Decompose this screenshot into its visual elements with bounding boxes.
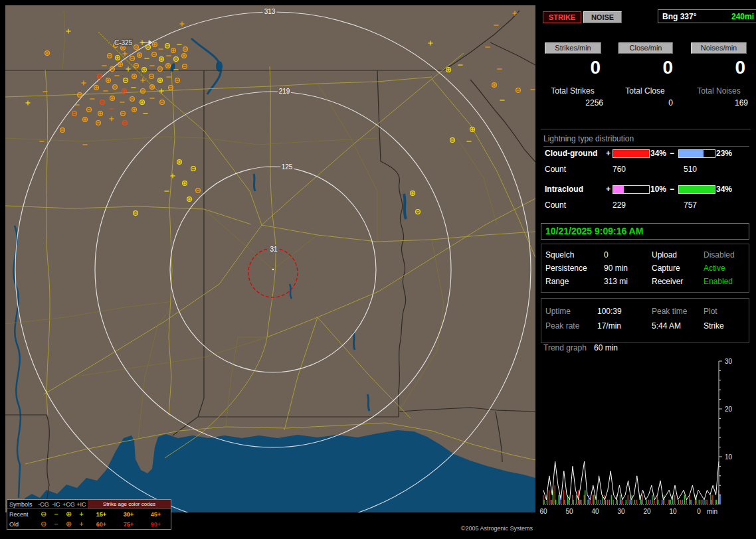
ic-minus-symbol-icon: − — [50, 510, 62, 518]
uptime-value: 100:39 — [597, 307, 652, 316]
range-label: Range — [545, 277, 604, 286]
minus-sign: − — [670, 149, 674, 158]
peak-rate-value: 17/min — [597, 321, 652, 331]
total-close-value: 0 — [617, 98, 680, 108]
svg-text:50: 50 — [565, 508, 573, 515]
plot-value: Strike — [704, 321, 749, 331]
capture-status: Active — [704, 264, 749, 273]
legend-header-row: Symbols -CG -IC +CG +IC Strike age color… — [7, 500, 171, 509]
legend-recent-row: Recent ⊖ − ⊕ + 15+ 30+ 45+ — [7, 509, 171, 519]
bearing-range: 240mi — [731, 12, 754, 21]
cloud-ground-label: Cloud-ground — [545, 149, 597, 158]
svg-text:0: 0 — [697, 508, 701, 515]
ic-negative-pct: 34% — [716, 185, 732, 194]
svg-text:30: 30 — [617, 508, 625, 515]
receiver-status: Enabled — [704, 277, 749, 286]
peak-time-label: Peak time — [652, 307, 704, 316]
plot-label: Plot — [704, 307, 749, 316]
cg-negative-bar — [678, 149, 715, 158]
persistence-label: Persistence — [545, 264, 604, 273]
status-box: Squelch 0 Upload Disabled Persistence 90… — [541, 244, 749, 293]
svg-text:60: 60 — [539, 508, 547, 515]
total-noises-label: Total Noises — [690, 86, 748, 96]
total-strikes-value: 2256 — [542, 98, 613, 108]
close-per-min-button[interactable]: Close/min — [618, 42, 673, 54]
trend-graph-label: Trend graph — [543, 343, 587, 352]
svg-text:20: 20 — [643, 508, 651, 515]
status-row: Range 313 mi Receiver Enabled — [541, 275, 749, 288]
trend-graph-window: 60 min — [594, 343, 618, 352]
cg-plus-symbol-icon: ⊕ — [62, 510, 75, 518]
status-row: Persistence 90 min Capture Active — [541, 262, 749, 275]
count-label: Count — [545, 165, 566, 174]
minus-sign: − — [670, 185, 674, 194]
svg-text:10: 10 — [669, 508, 677, 515]
ring-label-313: 313 — [264, 8, 276, 15]
cloud-ground-count-row: Count 760 510 — [539, 165, 753, 174]
squelch-label: Squelch — [545, 250, 604, 260]
total-close-label: Total Close — [617, 86, 673, 96]
intracloud-label: Intracloud — [545, 185, 583, 194]
range-value: 313 mi — [604, 277, 652, 286]
ic-plus-symbol-icon: + — [75, 510, 88, 518]
info-row: Peak rate 17/min 5:44 AM Strike — [541, 319, 749, 333]
age-code-15: 15+ — [88, 511, 115, 518]
peak-time-value: 5:44 AM — [652, 321, 704, 331]
legend-header-ic-pos: +IC — [75, 501, 88, 508]
trend-graph-header: Trend graph 60 min — [543, 343, 587, 352]
legend-header-ic-neg: -IC — [50, 501, 62, 508]
divider — [541, 129, 751, 129]
legend-header-cg-neg: -CG — [37, 501, 50, 508]
ic-positive-bar — [613, 185, 650, 194]
noises-per-min-button[interactable]: Noises/min — [691, 42, 747, 54]
noise-indicator-button[interactable]: NOISE — [583, 11, 622, 23]
total-strikes-label: Total Strikes — [542, 86, 603, 96]
persistence-value: 90 min — [604, 264, 652, 273]
cg-positive-pct: 34% — [650, 149, 666, 158]
session-info-box: Uptime 100:39 Peak time Plot Peak rate 1… — [541, 298, 749, 343]
legend-header-cg-pos: +CG — [62, 501, 75, 508]
squelch-value: 0 — [604, 250, 652, 260]
plus-sign: + — [606, 149, 611, 158]
ic-positive-count: 229 — [613, 200, 626, 210]
cg-negative-count: 510 — [684, 165, 697, 174]
ic-negative-count: 757 — [684, 200, 697, 210]
cloud-ground-row: Cloud-ground + 34% − 23% — [539, 149, 753, 158]
cg-minus-symbol-icon: ⊖ — [37, 510, 50, 518]
total-noises-value: 169 — [690, 98, 751, 108]
legend-symbols-label: Symbols — [7, 501, 37, 508]
trend-graph: 1020306050403020100min — [539, 353, 753, 532]
upload-label: Upload — [652, 250, 704, 260]
legend-recent-label: Recent — [7, 511, 37, 518]
receiver-center-marker — [272, 269, 274, 271]
map-panel: 313 219 125 31 C-325 Symbols -CG -IC +CG… — [5, 5, 535, 534]
svg-text:30: 30 — [725, 358, 733, 365]
cg-positive-bar — [613, 149, 650, 158]
legend-age-title: Strike age color codes — [88, 500, 171, 508]
svg-text:min: min — [707, 508, 717, 515]
info-row: Uptime 100:39 Peak time Plot — [541, 304, 749, 319]
bearing-box: Bng 337° 240mi — [658, 9, 756, 23]
strikes-per-min-value: 0 — [545, 57, 605, 78]
cg-positive-count: 760 — [613, 165, 626, 174]
copyright-text: ©2005 Astrogenic Systems — [5, 525, 533, 532]
strike-indicator-button[interactable]: STRIKE — [543, 11, 581, 23]
upload-status: Disabled — [704, 250, 749, 260]
ring-label-219: 219 — [279, 88, 290, 95]
lightning-map[interactable]: 313 219 125 31 C-325 — [5, 5, 535, 512]
age-code-30: 30+ — [115, 511, 142, 518]
ic-negative-bar — [678, 185, 715, 194]
ic-positive-pct: 10% — [650, 185, 666, 194]
receiver-label: Receiver — [652, 277, 704, 286]
svg-text:20: 20 — [725, 406, 733, 413]
svg-text:10: 10 — [725, 453, 733, 461]
ring-label-125: 125 — [282, 163, 293, 171]
uptime-label: Uptime — [545, 307, 597, 316]
plus-sign: + — [606, 185, 611, 194]
capture-label: Capture — [652, 264, 704, 273]
clock-display: 10/21/2025 9:09:16 AM — [541, 223, 749, 240]
strikes-per-min-button[interactable]: Strikes/min — [545, 42, 601, 54]
svg-text:40: 40 — [591, 508, 599, 515]
sidebar: STRIKE NOISE Bng 337° 240mi Strikes/min … — [539, 5, 753, 535]
intracloud-count-row: Count 229 757 — [539, 200, 753, 210]
